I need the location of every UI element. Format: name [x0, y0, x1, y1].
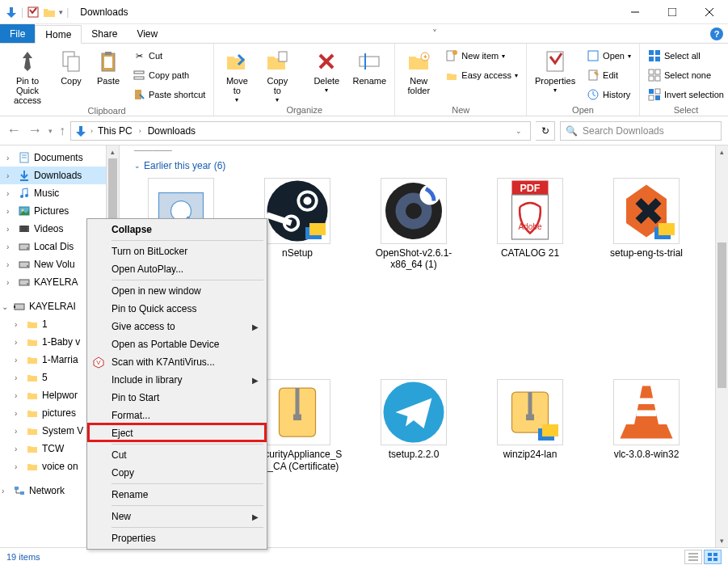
select-all-button[interactable]: Select all [645, 47, 727, 65]
minimize-button[interactable] [616, 0, 654, 24]
tree-item-downloads[interactable]: ›Downloads [0, 167, 119, 184]
file-name: nSetup [282, 247, 313, 259]
ribbon-group-new: ✦ New folder New item ▾ Easy access ▾ Ne… [395, 44, 527, 116]
context-menu-item-pin-to-start[interactable]: Pin to Start [89, 389, 265, 407]
new-item-button[interactable]: New item ▾ [442, 47, 521, 65]
quick-access-toolbar: | ▾ | [0, 6, 74, 19]
tab-share[interactable]: Share [82, 24, 127, 43]
file-name: tsetup.2.2.0 [389, 449, 440, 460]
context-menu-item-include-in-library[interactable]: Include in library▶ [89, 371, 265, 389]
close-button[interactable] [691, 0, 728, 24]
tree-item-documents[interactable]: ›Documents [0, 149, 119, 167]
invert-selection-button[interactable]: Invert selection [645, 86, 727, 103]
context-menu-item-cut[interactable]: Cut [89, 446, 265, 464]
context-menu-item-turn-on-bitlocker[interactable]: Turn on BitLocker [89, 242, 265, 260]
select-none-button[interactable]: Select none [645, 66, 727, 84]
easy-access-button[interactable]: Easy access ▾ [442, 66, 521, 84]
search-placeholder: Search Downloads [583, 125, 664, 137]
context-menu-item-copy[interactable]: Copy [89, 464, 265, 482]
window-title: Downloads [80, 6, 128, 18]
context-menu-item-format-[interactable]: Format... [89, 407, 265, 424]
pin-to-quick-access-button[interactable]: Pin to Quick access [5, 45, 50, 105]
forward-button[interactable]: → [27, 122, 42, 139]
view-large-icons-button[interactable] [704, 550, 722, 564]
address-bar[interactable]: › This PC› Downloads ⌄ [70, 121, 531, 141]
up-button[interactable]: ↑ [59, 124, 65, 138]
copy-button[interactable]: Copy [55, 45, 87, 86]
cut-button[interactable]: ✂Cut [129, 47, 208, 65]
paste-icon [95, 48, 121, 74]
new-folder-button[interactable]: ✦ New folder [400, 45, 437, 95]
file-item[interactable]: PDFAdobeCATALOG 21 [482, 178, 579, 271]
context-menu-item-eject[interactable]: Eject [89, 424, 265, 442]
view-details-button[interactable] [684, 550, 702, 564]
svg-text:PDF: PDF [520, 183, 541, 194]
context-menu-item-new[interactable]: New▶ [89, 508, 265, 525]
copy-path-icon [133, 69, 145, 82]
file-item[interactable]: setup-eng-ts-trial [598, 178, 695, 271]
context-menu-item-open-in-new-window[interactable]: Open in new window [89, 282, 265, 300]
svg-rect-13 [279, 52, 287, 61]
context-menu-item-properties[interactable]: Properties [89, 529, 265, 547]
rename-button[interactable]: Rename [349, 45, 389, 86]
tab-file[interactable]: File [0, 24, 35, 43]
context-menu-item-give-access-to[interactable]: Give access to▶ [89, 318, 265, 335]
tab-home[interactable]: Home [35, 25, 82, 44]
file-item[interactable]: tsetup.2.2.0 [365, 379, 462, 472]
file-item[interactable]: vlc-3.0.8-win32 [598, 379, 695, 472]
breadcrumb-this-pc[interactable]: This PC› [96, 125, 143, 137]
breadcrumb-downloads[interactable]: Downloads [146, 125, 197, 137]
tree-item-pictures[interactable]: ›Pictures [0, 202, 119, 220]
address-dropdown[interactable]: ⌄ [511, 127, 527, 135]
search-box[interactable]: 🔍 Search Downloads [560, 121, 722, 141]
tree-item-music[interactable]: ›Music [0, 184, 119, 202]
svg-rect-55 [15, 487, 19, 490]
svg-rect-10 [134, 71, 144, 74]
edit-button[interactable]: Edit [583, 66, 634, 84]
context-menu-item-collapse[interactable]: Collapse [89, 221, 265, 238]
fileview-scrollbar[interactable]: ▴ ▾ [715, 145, 728, 547]
qat-dropdown-icon[interactable]: ▾ [59, 8, 63, 16]
refresh-button[interactable]: ↻ [536, 121, 555, 141]
context-menu-item-open-as-portable-device[interactable]: Open as Portable Device [89, 335, 265, 353]
svg-rect-35 [655, 89, 660, 94]
maximize-button[interactable] [654, 0, 691, 24]
ribbon: Pin to Quick access Copy Paste ✂Cut Copy… [0, 44, 728, 116]
select-none-icon [648, 69, 661, 82]
status-bar: 19 items [0, 547, 728, 565]
open-icon [587, 49, 600, 62]
properties-icon[interactable] [27, 6, 40, 19]
context-menu-item-open-autoplay-[interactable]: Open AutoPlay... [89, 260, 265, 278]
group-header[interactable]: ⌄Earlier this year (6) [120, 155, 728, 178]
recent-dropdown[interactable]: ▾ [48, 127, 53, 135]
status-item-count: 19 items [6, 552, 40, 562]
move-to-button[interactable]: Move to▾ [219, 45, 255, 104]
help-button[interactable]: ? [705, 24, 728, 43]
context-menu-item-pin-to-quick-access[interactable]: Pin to Quick access [89, 300, 265, 318]
delete-button[interactable]: Delete▾ [309, 45, 344, 95]
open-button[interactable]: Open ▾ [583, 47, 634, 65]
ribbon-tabs: File Home Share View ˅ ? [0, 24, 728, 44]
context-menu-item-scan-with-k-antivirus-[interactable]: VScan with K7AntiVirus... [89, 353, 265, 371]
paste-shortcut-button[interactable]: Paste shortcut [129, 86, 208, 103]
rename-icon [356, 48, 382, 74]
back-button[interactable]: ← [6, 122, 21, 139]
copy-path-button[interactable]: Copy path [129, 66, 208, 84]
folder-icon [43, 6, 56, 19]
file-item[interactable]: winzip24-lan [482, 379, 579, 472]
tab-view[interactable]: View [127, 24, 167, 43]
paste-shortcut-icon [133, 88, 145, 101]
file-item[interactable]: OpenShot-v2.6.1-x86_64 (1) [365, 178, 462, 271]
svg-rect-26 [649, 50, 654, 55]
properties-button[interactable]: Properties▾ [532, 45, 579, 95]
ribbon-group-clipboard: Pin to Quick access Copy Paste ✂Cut Copy… [0, 44, 214, 116]
new-item-icon [445, 49, 458, 62]
history-button[interactable]: History [583, 86, 634, 103]
svg-rect-2 [668, 8, 676, 16]
file-thumbnail [264, 379, 330, 445]
crumb-sep0[interactable]: › [90, 127, 93, 135]
paste-button[interactable]: Paste [92, 45, 124, 86]
collapse-ribbon-button[interactable]: ˅ [423, 24, 446, 43]
context-menu-item-rename[interactable]: Rename [89, 486, 265, 504]
copy-to-button[interactable]: Copy to▾ [259, 45, 295, 104]
